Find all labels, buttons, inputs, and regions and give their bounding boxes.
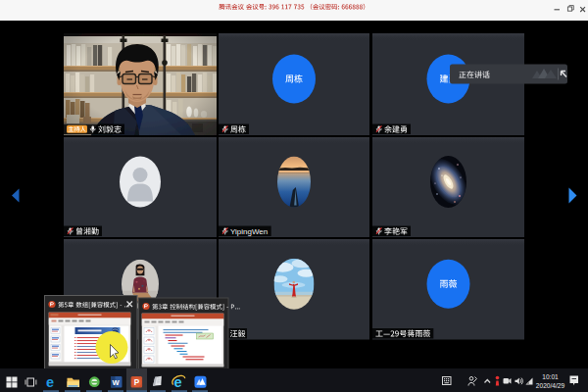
svg-text:P: P [134,378,140,387]
svg-text:W: W [113,378,121,387]
svg-text:2020/4/29: 2020/4/29 [536,382,565,389]
svg-text:e: e [46,374,54,390]
svg-text:YipingWen: YipingWen [230,227,268,236]
svg-text:10:01: 10:01 [542,373,559,380]
